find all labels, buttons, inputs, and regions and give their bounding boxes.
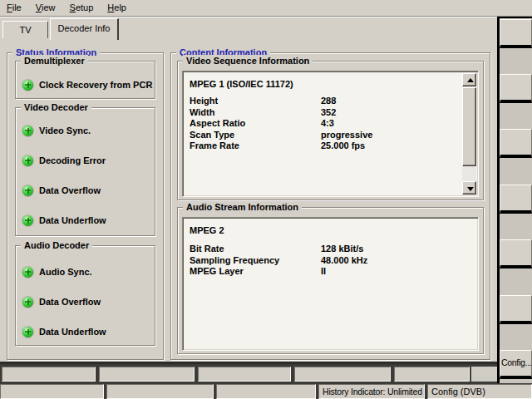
status-information-group: Status Information Demultiplexer Clock R… bbox=[7, 52, 164, 360]
audio-decoder-title: Audio Decoder bbox=[21, 239, 92, 251]
info-row: Height 288 bbox=[190, 96, 458, 107]
status-item-label: Audio Sync. bbox=[33, 267, 92, 277]
status-segment bbox=[294, 367, 391, 382]
status-bar: History Indicator: Unlimited Config (DVB… bbox=[0, 364, 532, 399]
status-item: Data Underflow bbox=[22, 326, 106, 337]
status-bar-filler bbox=[471, 367, 497, 382]
demultiplexer-group: Demultiplexer Clock Recovery from PCR bbox=[15, 61, 155, 99]
info-row: Aspect Ratio 4:3 bbox=[190, 118, 458, 130]
status-segment bbox=[106, 384, 214, 399]
info-row: Bit Rate 128 kBit/s bbox=[190, 244, 471, 255]
status-segment bbox=[198, 367, 291, 382]
status-led-icon bbox=[22, 215, 33, 226]
info-row: Frame Rate 25.000 fps bbox=[190, 140, 458, 152]
video-sequence-content: MPEG 1 (ISO/IEC 11172) Height 288 Width … bbox=[190, 79, 458, 193]
status-item: Decoding Error bbox=[22, 155, 106, 166]
status-segment bbox=[0, 384, 104, 399]
menu-item-help[interactable]: Help bbox=[102, 0, 131, 16]
status-led-icon bbox=[22, 267, 33, 278]
video-sequence-group: Video Sequence Information MPEG 1 (ISO/I… bbox=[177, 61, 484, 200]
scroll-up-button[interactable] bbox=[462, 73, 476, 86]
status-item-label: Decoding Error bbox=[33, 155, 106, 165]
info-value: progressive bbox=[321, 130, 458, 141]
scroll-thumb[interactable] bbox=[462, 87, 476, 166]
audio-stream-content: MPEG 2 Bit Rate 128 kBit/s Sampling Freq… bbox=[190, 225, 471, 347]
audio-stream-title: Audio Stream Information bbox=[183, 201, 302, 213]
info-label: Aspect Ratio bbox=[190, 118, 321, 130]
video-decoder-title: Video Decoder bbox=[21, 101, 91, 113]
status-led-icon bbox=[22, 155, 33, 166]
status-segment bbox=[2, 367, 96, 382]
info-value: 288 bbox=[321, 96, 458, 107]
softkey-config-button[interactable]: Config... bbox=[500, 350, 532, 379]
audio-stream-panel: MPEG 2 Bit Rate 128 kBit/s Sampling Freq… bbox=[182, 217, 479, 351]
info-label: Width bbox=[190, 107, 321, 119]
status-item-label: Data Underflow bbox=[33, 215, 106, 225]
demultiplexer-title: Demultiplexer bbox=[21, 55, 88, 66]
status-led-icon bbox=[22, 327, 33, 337]
status-item-label: Data Underflow bbox=[33, 327, 106, 337]
video-sequence-panel: MPEG 1 (ISO/IEC 11172) Height 288 Width … bbox=[182, 71, 479, 197]
tab-tv[interactable]: TV bbox=[2, 21, 48, 38]
softkey-button-1[interactable] bbox=[500, 19, 532, 48]
info-label: Bit Rate bbox=[190, 244, 321, 255]
scroll-down-button[interactable] bbox=[462, 181, 476, 195]
video-sequence-title: Video Sequence Information bbox=[183, 55, 313, 66]
audio-stream-group: Audio Stream Information MPEG 2 Bit Rate… bbox=[177, 207, 484, 354]
softkey-button-3[interactable] bbox=[500, 129, 532, 158]
video-codec-heading: MPEG 1 (ISO/IEC 11172) bbox=[190, 79, 458, 90]
status-item-label: Video Sync. bbox=[33, 126, 91, 135]
status-item-label: Data Overflow bbox=[33, 185, 101, 195]
info-value: II bbox=[321, 266, 471, 278]
history-indicator-status: History Indicator: Unlimited bbox=[318, 384, 425, 399]
info-label: Sampling Frequency bbox=[190, 255, 321, 267]
info-label: Height bbox=[190, 96, 321, 107]
status-segment bbox=[394, 367, 470, 382]
softkey-column: Config... bbox=[497, 17, 532, 383]
status-item-label: Data Overflow bbox=[33, 297, 101, 307]
info-label: Scan Type bbox=[190, 130, 321, 141]
softkey-button-6[interactable] bbox=[500, 295, 532, 324]
audio-decoder-group: Audio Decoder Audio Sync. Data Overflow … bbox=[15, 245, 155, 346]
config-status: Config (DVB) bbox=[427, 384, 532, 399]
info-row: Sampling Frequency 48.000 kHz bbox=[190, 255, 471, 267]
scroll-down-icon bbox=[467, 187, 474, 191]
video-decoder-group: Video Decoder Video Sync. Decoding Error… bbox=[15, 107, 155, 236]
status-item-label: Clock Recovery from PCR bbox=[33, 80, 152, 90]
menu-item-setup[interactable]: Setup bbox=[65, 0, 99, 16]
application-window: File View Setup Help TV Decoder Info Sta… bbox=[0, 0, 532, 399]
decoder-info-pane: Status Information Demultiplexer Clock R… bbox=[0, 37, 497, 364]
audio-codec-heading: MPEG 2 bbox=[190, 225, 471, 236]
status-item: Clock Recovery from PCR bbox=[22, 79, 152, 91]
status-led-icon bbox=[22, 185, 33, 196]
status-segment bbox=[216, 384, 316, 399]
menu-item-file[interactable]: File bbox=[2, 0, 27, 16]
status-item: Audio Sync. bbox=[22, 266, 92, 278]
status-led-icon bbox=[22, 126, 33, 136]
menu-bar: File View Setup Help bbox=[0, 0, 532, 17]
menu-item-view[interactable]: View bbox=[31, 0, 61, 16]
info-value: 4:3 bbox=[321, 118, 458, 130]
status-item: Video Sync. bbox=[22, 125, 91, 136]
scrollbar[interactable] bbox=[462, 73, 476, 195]
status-item: Data Overflow bbox=[22, 185, 101, 196]
info-value: 48.000 kHz bbox=[321, 255, 471, 267]
info-row: Width 352 bbox=[190, 107, 458, 119]
status-item: Data Overflow bbox=[22, 296, 101, 308]
softkey-button-5[interactable] bbox=[500, 239, 532, 268]
tab-strip: TV Decoder Info bbox=[0, 17, 497, 38]
info-value: 352 bbox=[321, 107, 458, 119]
content-information-group: Content Information Video Sequence Infor… bbox=[170, 52, 490, 360]
info-value: 128 kBit/s bbox=[321, 244, 471, 255]
status-led-icon bbox=[22, 80, 33, 91]
info-value: 25.000 fps bbox=[321, 140, 458, 152]
status-led-icon bbox=[22, 297, 33, 308]
softkey-button-2[interactable] bbox=[500, 74, 532, 103]
scroll-up-icon bbox=[467, 78, 474, 82]
tab-decoder-info[interactable]: Decoder Info bbox=[50, 18, 119, 40]
softkey-button-4[interactable] bbox=[500, 185, 532, 214]
info-label: Frame Rate bbox=[190, 140, 321, 152]
status-item: Data Underflow bbox=[22, 214, 106, 226]
info-label: MPEG Layer bbox=[190, 266, 321, 278]
info-row: Scan Type progressive bbox=[190, 130, 458, 141]
